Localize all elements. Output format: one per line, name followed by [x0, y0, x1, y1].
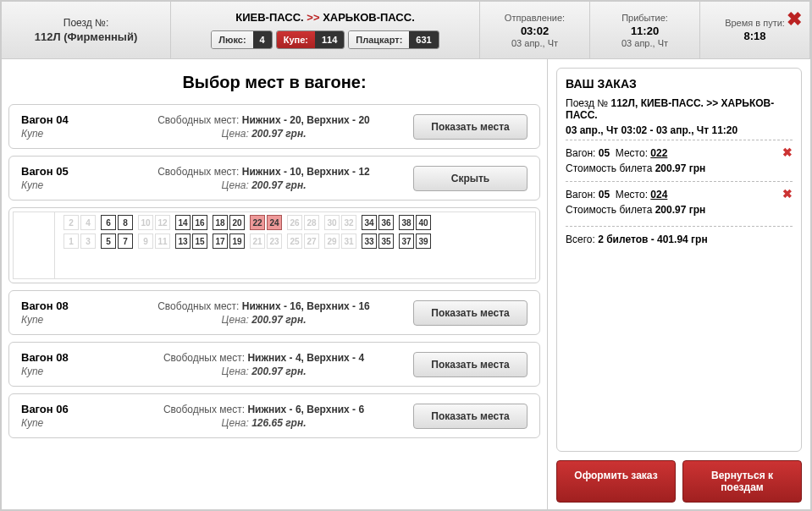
- order-train-line: Поезд № 112Л, КИЕВ-ПАСС. >> ХАРЬКОВ-ПАСС…: [566, 97, 793, 121]
- seat[interactable]: 34: [362, 215, 377, 230]
- selection-title: Выбор мест в вагоне:: [8, 73, 540, 92]
- seat: 21: [250, 234, 265, 249]
- arrival-time: 11:20: [600, 25, 689, 37]
- toggle-seats-button[interactable]: Показать места: [413, 404, 528, 429]
- wagon-name: Вагон 04: [21, 113, 114, 126]
- seat[interactable]: 38: [399, 215, 414, 230]
- dialog-header: Поезд №: 112Л (Фирменный) КИЕВ-ПАСС. >> …: [2, 2, 810, 59]
- wagon-name: Вагон 08: [21, 299, 114, 312]
- wagon-button-wrap: Показать места: [413, 114, 528, 140]
- seat[interactable]: 13: [175, 234, 191, 249]
- seat: 30: [324, 215, 340, 230]
- arrival-label: Прибытие:: [600, 13, 689, 23]
- route-col: КИЕВ-ПАСС. >> ХАРЬКОВ-ПАСС. Люкс:4Купе:1…: [171, 2, 480, 58]
- wagon-free: Свободных мест: Нижних - 4, Верхних - 4Ц…: [114, 352, 413, 377]
- seat[interactable]: 5: [101, 234, 116, 249]
- delete-ticket-icon[interactable]: ✖: [782, 187, 793, 201]
- wagon-info: Вагон 06Купе: [21, 403, 114, 429]
- seat[interactable]: 7: [118, 234, 133, 249]
- ticket-list: ✖Вагон: 05 Место: 022Стоимость билета 20…: [566, 140, 793, 223]
- ticket-item: ✖Вагон: 05 Место: 024Стоимость билета 20…: [566, 181, 793, 223]
- seat[interactable]: 16: [192, 215, 207, 230]
- seat: 12: [155, 215, 170, 230]
- seat: 23: [267, 234, 282, 249]
- seat[interactable]: 8: [118, 215, 133, 230]
- duration-value: 8:18: [710, 30, 799, 42]
- wagon-type: Купе: [21, 417, 114, 429]
- wagon-info: Вагон 08Купе: [21, 299, 114, 326]
- route-separator: >>: [307, 11, 319, 24]
- seat[interactable]: 15: [192, 234, 207, 249]
- wagon-free: Свободных мест: Нижних - 10, Верхних - 1…: [114, 166, 413, 191]
- seat[interactable]: 19: [229, 234, 245, 249]
- delete-ticket-icon[interactable]: ✖: [782, 146, 793, 159]
- order-sidebar: ВАШ ЗАКАЗ Поезд № 112Л, КИЕВ-ПАСС. >> ХА…: [548, 59, 810, 511]
- order-actions: Оформить заказ Вернуться к поездам: [556, 460, 802, 503]
- toggle-seats-button[interactable]: Показать места: [413, 352, 528, 377]
- car-type-tab[interactable]: Плацкарт:631: [348, 30, 439, 49]
- seat: 32: [341, 215, 356, 230]
- wagon-button-wrap: Показать места: [413, 300, 528, 326]
- seat: 10: [138, 215, 153, 230]
- car-type-tab[interactable]: Купе:114: [276, 30, 345, 49]
- ticket-item: ✖Вагон: 05 Место: 022Стоимость билета 20…: [566, 140, 793, 181]
- wagon-type: Купе: [21, 179, 114, 191]
- seat[interactable]: 24: [267, 215, 282, 230]
- from-city: КИЕВ-ПАСС.: [235, 11, 303, 24]
- departure-col: Отправление: 03:02 03 апр., Чт: [480, 2, 590, 58]
- wagon-row: Вагон 08КупеСвободных мест: Нижних - 16,…: [8, 290, 540, 335]
- seat[interactable]: 33: [362, 234, 377, 249]
- toggle-seats-button[interactable]: Скрыть: [413, 166, 528, 191]
- back-to-trains-button[interactable]: Вернуться к поездам: [682, 460, 802, 503]
- wagon-info: Вагон 05Купе: [21, 165, 114, 191]
- seat: 26: [287, 215, 302, 230]
- seat[interactable]: 39: [416, 234, 431, 249]
- seat[interactable]: 22: [250, 215, 265, 230]
- arrival-date: 03 апр., Чт: [600, 38, 689, 48]
- seat[interactable]: 40: [416, 215, 431, 230]
- seat[interactable]: 36: [378, 215, 394, 230]
- toggle-seats-button[interactable]: Показать места: [413, 300, 528, 326]
- wagon-button-wrap: Скрыть: [413, 166, 528, 191]
- car-type-tabs: Люкс:4Купе:114Плацкарт:631: [181, 30, 469, 49]
- toggle-seats-button[interactable]: Показать места: [413, 114, 528, 140]
- seat[interactable]: 18: [213, 215, 228, 230]
- seat: 27: [304, 234, 319, 249]
- seat: 11: [155, 234, 170, 249]
- wagon-name: Вагон 05: [21, 165, 114, 178]
- route-cities: КИЕВ-ПАСС. >> ХАРЬКОВ-ПАСС.: [181, 11, 469, 24]
- order-total: Всего: 2 билетов - 401.94 грн: [566, 226, 793, 245]
- wagon-list: Вагон 04КупеСвободных мест: Нижних - 20,…: [8, 104, 540, 438]
- wagon-row: Вагон 06КупеСвободных мест: Нижних - 6, …: [8, 393, 540, 438]
- seat[interactable]: 37: [399, 234, 414, 249]
- seat[interactable]: 6: [101, 215, 116, 230]
- wagon-type: Купе: [21, 314, 114, 326]
- order-box: ВАШ ЗАКАЗ Поезд № 112Л, КИЕВ-ПАСС. >> ХА…: [556, 68, 802, 452]
- wagon-name: Вагон 06: [21, 403, 114, 415]
- wagon-button-wrap: Показать места: [413, 404, 528, 429]
- submit-order-button[interactable]: Оформить заказ: [556, 460, 676, 503]
- wagon-row: Вагон 04КупеСвободных мест: Нижних - 20,…: [8, 104, 540, 149]
- departure-date: 03 апр., Чт: [490, 38, 579, 48]
- wagon-free: Свободных мест: Нижних - 6, Верхних - 6Ц…: [114, 404, 413, 429]
- seat[interactable]: 35: [378, 234, 394, 249]
- booking-dialog: Поезд №: 112Л (Фирменный) КИЕВ-ПАСС. >> …: [0, 0, 812, 511]
- departure-label: Отправление:: [490, 13, 579, 23]
- seat: 2: [64, 215, 79, 230]
- seat: 25: [287, 234, 302, 249]
- close-icon[interactable]: ✖: [787, 10, 802, 29]
- seat[interactable]: 20: [229, 215, 245, 230]
- car-type-tab[interactable]: Люкс:4: [211, 30, 272, 49]
- seat: 31: [341, 234, 356, 249]
- seat[interactable]: 14: [175, 215, 191, 230]
- seat: 9: [138, 234, 153, 249]
- seat[interactable]: 17: [213, 234, 228, 249]
- wagon-row: Вагон 05КупеСвободных мест: Нижних - 10,…: [8, 156, 540, 201]
- order-title: ВАШ ЗАКАЗ: [566, 77, 793, 91]
- wagon-button-wrap: Показать места: [413, 352, 528, 377]
- wagon-free: Свободных мест: Нижних - 16, Верхних - 1…: [114, 300, 413, 326]
- train-label: Поезд №:: [12, 17, 160, 29]
- order-date-line: 03 апр., Чт 03:02 - 03 апр., Чт 11:20: [566, 124, 793, 136]
- train-number: 112Л (Фирменный): [12, 30, 160, 43]
- seat-selection-area[interactable]: Выбор мест в вагоне: Вагон 04КупеСвободн…: [2, 59, 548, 511]
